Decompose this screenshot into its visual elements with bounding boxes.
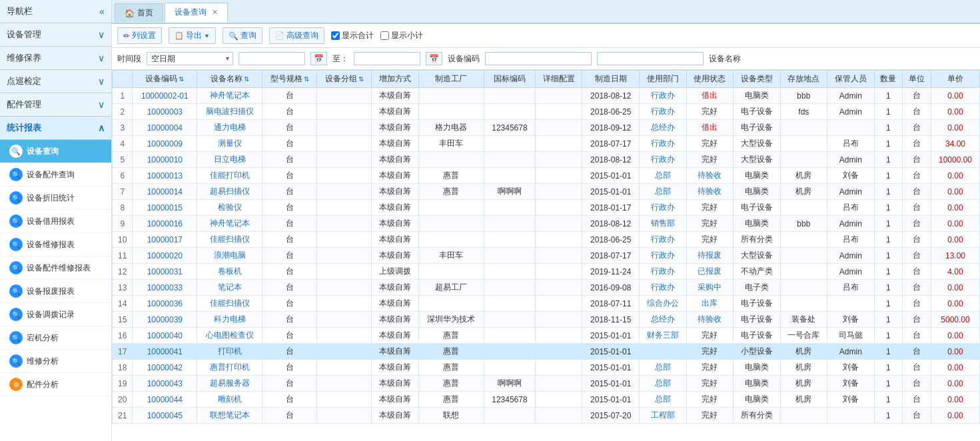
table-cell[interactable]: 行政办 xyxy=(640,280,686,296)
header-name[interactable]: 设备名称⇅ xyxy=(197,71,262,88)
sidebar-section-maintenance[interactable]: 维修保养 ∨ xyxy=(0,47,111,70)
header-model[interactable]: 型号规格⇅ xyxy=(262,71,317,88)
table-row[interactable]: 610000013佳能打印机台本级自筹惠普2015-01-01总部待验收电脑类机… xyxy=(113,168,980,184)
table-row[interactable]: 110000002-01神舟笔记本台本级自筹2018-08-12行政办借出电脑类… xyxy=(113,88,980,104)
show-subtotal-check[interactable]: 显示小计 xyxy=(380,30,423,41)
export-button[interactable]: 📋 导出 ▼ xyxy=(169,27,216,44)
table-cell[interactable]: 10000044 xyxy=(133,392,197,408)
table-cell[interactable]: 行政办 xyxy=(640,248,686,264)
sidebar-item-repair-report[interactable]: 🔍 设备维修报表 xyxy=(0,233,111,256)
table-cell[interactable]: 惠普打印机 xyxy=(197,360,262,376)
code-input[interactable] xyxy=(485,52,592,65)
table-cell[interactable]: 超易服务器 xyxy=(197,376,262,392)
table-row[interactable]: 1410000036佳能扫描仪台本级自筹2018-07-11综合办公出库电子设备… xyxy=(113,296,980,312)
table-row[interactable]: 310000004通力电梯台本级自筹格力电器123456782018-09-12… xyxy=(113,120,980,136)
sidebar-item-borrow-report[interactable]: 🔍 设备借用报表 xyxy=(0,210,111,233)
sidebar-item-equipment-query[interactable]: 🔍 设备查询 xyxy=(0,140,111,163)
sidebar-item-downtime[interactable]: 🔍 宕机分析 xyxy=(0,326,111,350)
name-input[interactable] xyxy=(597,52,704,65)
table-cell[interactable]: 科力电梯 xyxy=(197,312,262,328)
table-cell[interactable]: 10000017 xyxy=(133,232,197,248)
table-cell[interactable]: 10000039 xyxy=(133,312,197,328)
table-row[interactable]: 1210000031卷板机台上级调拨2019-11-24行政办已报废不动产类Ad… xyxy=(113,264,980,280)
table-cell[interactable]: 雕刻机 xyxy=(197,392,262,408)
calendar-to-button[interactable]: 📅 xyxy=(426,52,442,65)
table-cell[interactable]: 脑电波扫描仪 xyxy=(197,104,262,120)
close-icon[interactable]: ✕ xyxy=(212,8,218,17)
table-row[interactable]: 1910000043超易服务器台本级自筹惠普啊啊啊2015-01-01总部完好电… xyxy=(113,376,980,392)
table-cell[interactable]: 销售部 xyxy=(640,216,686,232)
sidebar-item-parts-repair[interactable]: 🔍 设备配件维修报表 xyxy=(0,256,111,280)
table-row[interactable]: 2110000045联想笔记本台本级自筹联想2015-07-20工程部完好所有分… xyxy=(113,408,980,424)
table-cell[interactable]: 10000045 xyxy=(133,408,197,424)
table-cell[interactable]: 10000042 xyxy=(133,360,197,376)
table-cell[interactable]: 10000014 xyxy=(133,184,197,200)
table-row[interactable]: 1510000039科力电梯台本级自筹深圳华为技术2018-11-15总经办待验… xyxy=(113,312,980,328)
table-cell[interactable]: 10000040 xyxy=(133,328,197,344)
show-subtotal-checkbox[interactable] xyxy=(380,31,389,40)
tab-home[interactable]: 🏠 首页 xyxy=(115,3,163,22)
table-cell[interactable]: 联想笔记本 xyxy=(197,408,262,424)
table-row[interactable]: 1810000042惠普打印机台本级自筹惠普2015-01-01总部完好电脑类机… xyxy=(113,360,980,376)
table-cell[interactable]: 10000009 xyxy=(133,136,197,152)
table-cell[interactable]: 行政办 xyxy=(640,88,686,104)
show-total-checkbox[interactable] xyxy=(331,31,340,40)
table-cell[interactable]: 总经办 xyxy=(640,312,686,328)
table-cell[interactable]: 行政办 xyxy=(640,200,686,216)
table-cell[interactable]: 行政办 xyxy=(640,264,686,280)
table-cell[interactable]: 总部 xyxy=(640,184,686,200)
table-cell[interactable]: 神舟笔记本 xyxy=(197,88,262,104)
table-cell[interactable]: 总部 xyxy=(640,360,686,376)
sidebar-section-inspection[interactable]: 点巡检定 ∨ xyxy=(0,70,111,93)
table-cell[interactable]: 测量仪 xyxy=(197,136,262,152)
table-cell[interactable]: 10000041 xyxy=(133,344,197,360)
table-cell[interactable]: 10000003 xyxy=(133,104,197,120)
list-settings-button[interactable]: ✏ 列设置 xyxy=(117,27,162,44)
advanced-query-button[interactable]: 📄 高级查询 xyxy=(269,27,324,44)
table-cell[interactable]: 卷板机 xyxy=(197,264,262,280)
table-cell[interactable]: 10000036 xyxy=(133,296,197,312)
table-row[interactable]: 410000009测量仪台本级自筹丰田车2018-07-17行政办完好大型设备吕… xyxy=(113,136,980,152)
table-cell[interactable]: 综合办公 xyxy=(640,296,686,312)
table-cell[interactable]: 总部 xyxy=(640,392,686,408)
table-cell[interactable]: 通力电梯 xyxy=(197,120,262,136)
show-total-check[interactable]: 显示合计 xyxy=(331,30,374,41)
header-code[interactable]: 设备编码⇅ xyxy=(133,71,197,88)
table-cell[interactable]: 笔记本 xyxy=(197,280,262,296)
date-to-input[interactable] xyxy=(354,52,420,65)
table-cell[interactable]: 10000033 xyxy=(133,280,197,296)
table-row[interactable]: 1610000040心电图检查仪台本级自筹惠普2015-01-01财务三部完好电… xyxy=(113,328,980,344)
sidebar-section-parts-mgmt[interactable]: 配件管理 ∨ xyxy=(0,93,111,117)
sidebar-item-scrap-report[interactable]: 🔍 设备报废报表 xyxy=(0,280,111,303)
sidebar-item-insp-record[interactable]: 🔍 设备调拨记录 xyxy=(0,303,111,326)
sidebar-nav-header[interactable]: 导航栏 « xyxy=(0,0,111,23)
header-division[interactable]: 设备分组⇅ xyxy=(317,71,372,88)
tab-equipment-query[interactable]: 设备查询 ✕ xyxy=(165,3,228,23)
table-cell[interactable]: 10000013 xyxy=(133,168,197,184)
table-cell[interactable]: 10000020 xyxy=(133,248,197,264)
table-row[interactable]: 1010000017佳能扫描仪台本级自筹2018-06-25行政办完好所有分类吕… xyxy=(113,232,980,248)
table-cell[interactable]: 10000010 xyxy=(133,152,197,168)
table-cell[interactable]: 日立电梯 xyxy=(197,152,262,168)
table-cell[interactable]: 行政办 xyxy=(640,104,686,120)
date-select[interactable]: 空日期 今天 本周 本月 本年 自定义 xyxy=(147,52,233,65)
table-row[interactable]: 710000014超易扫描仪台本级自筹惠普啊啊啊2015-01-01总部待验收电… xyxy=(113,184,980,200)
table-cell[interactable]: 打印机 xyxy=(197,344,262,360)
table-cell[interactable]: 总部 xyxy=(640,168,686,184)
table-row[interactable]: 910000016神舟笔记本台本级自筹2018-08-12销售部完好电脑类bbb… xyxy=(113,216,980,232)
table-row[interactable]: 2010000044雕刻机台本级自筹惠普123456782015-01-01总部… xyxy=(113,392,980,408)
table-cell[interactable]: 10000015 xyxy=(133,200,197,216)
table-cell[interactable]: 佳能打印机 xyxy=(197,168,262,184)
table-cell[interactable]: 工程部 xyxy=(640,408,686,424)
sidebar-item-parts-query[interactable]: 🔍 设备配件查询 xyxy=(0,163,111,187)
table-cell[interactable]: 10000016 xyxy=(133,216,197,232)
table-row[interactable]: 1110000020浪潮电脑台本级自筹丰田车2018-07-17行政办待报废大型… xyxy=(113,248,980,264)
sidebar-section-stats[interactable]: 统计报表 ∧ xyxy=(0,117,111,140)
calendar-from-button[interactable]: 📅 xyxy=(310,52,327,65)
table-row[interactable]: 1310000033笔记本台本级自筹超易工厂2016-09-08行政办采购中电子… xyxy=(113,280,980,296)
table-row[interactable]: 810000015检验仪台本级自筹2018-01-17行政办完好电子设备吕布1台… xyxy=(113,200,980,216)
table-cell[interactable]: 总部 xyxy=(640,376,686,392)
sidebar-item-parts-analysis[interactable]: ⚙ 配件分析 xyxy=(0,373,111,396)
table-cell[interactable]: 10000002-01 xyxy=(133,88,197,104)
table-cell[interactable]: 浪潮电脑 xyxy=(197,248,262,264)
